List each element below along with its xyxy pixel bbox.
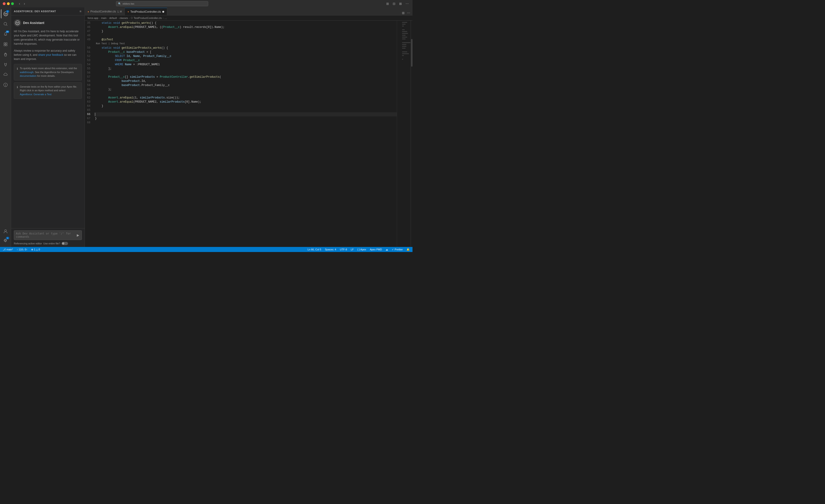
ln-50: 50: [85, 46, 92, 50]
ln-54: 54: [85, 63, 92, 67]
ln-51: 51: [85, 50, 92, 54]
sidebar-header: AGENTFORCE: DEV ASSISTANT ≡: [11, 7, 85, 15]
tab-bar-right: ⊞ ⋯: [399, 11, 412, 15]
minimap: ████████████ ████████ ████ ██████ ██████…: [397, 20, 410, 247]
code-content[interactable]: static void getProducts_works() { Assert…: [94, 20, 397, 247]
documentation-link[interactable]: documentation: [20, 74, 36, 77]
status-spaces[interactable]: Spaces: 4: [324, 247, 337, 252]
split-right-button[interactable]: ⊞: [401, 11, 405, 15]
chat-input[interactable]: [16, 232, 74, 238]
breadcrumb-file[interactable]: TestProductController.cls: [134, 17, 162, 19]
ln-61: 61: [85, 91, 92, 96]
maximize-button[interactable]: [11, 2, 14, 5]
svg-point-9: [5, 53, 6, 54]
sidebar-item-debug[interactable]: [1, 50, 10, 59]
close-button[interactable]: [3, 2, 6, 5]
sidebar-item-agentforce[interactable]: 1: [1, 9, 10, 18]
editor-layout-button[interactable]: ⊟: [392, 1, 396, 6]
code-line-61: [94, 91, 397, 96]
minimap-content: ████████████ ████████ ████ ██████ ██████…: [397, 20, 410, 62]
breadcrumb-default[interactable]: default: [109, 17, 117, 19]
code-line-59: baseProduct.Product_Family__c: [94, 83, 397, 87]
tab-label-1: ProductController.cls: [90, 10, 116, 13]
formatter-text: Apex PMD: [370, 248, 382, 251]
use-entire-file-toggle[interactable]: [62, 242, 68, 245]
scrollbar-track[interactable]: [410, 20, 412, 247]
sidebar-item-testing[interactable]: [1, 60, 10, 69]
status-prettier[interactable]: ✓ Prettier: [391, 247, 404, 252]
code-editor[interactable]: 35 46 47 48 49 _ 50 51 52 53 54 55 56 57…: [85, 20, 412, 247]
scrollbar-thumb[interactable]: [411, 39, 412, 67]
info-card-generate-tests: ℹ Generate tests on the fly from within …: [14, 82, 82, 99]
sidebar-item-account[interactable]: [1, 227, 10, 236]
svg-point-20: [5, 230, 6, 231]
status-notifications[interactable]: 🔔: [405, 247, 410, 252]
breadcrumb-classes[interactable]: classes: [120, 17, 128, 19]
notifications-badge: 36: [6, 30, 9, 33]
status-language[interactable]: { } Apex: [357, 247, 367, 252]
svg-rect-5: [4, 43, 5, 44]
status-position[interactable]: Ln 66, Col 5: [307, 247, 322, 252]
code-line-57: Product__c[] similarProducts = ProductCo…: [94, 75, 397, 79]
breadcrumb-ellipsis[interactable]: …: [164, 17, 167, 19]
code-line-54: WHERE Name = :PRODUCT_NAME1: [94, 63, 397, 67]
send-button[interactable]: ▶: [76, 233, 80, 237]
global-search[interactable]: 🔍 ebikes-lwc: [116, 1, 208, 6]
walkthrough-link[interactable]: walkthrough: [20, 71, 33, 74]
status-formatter[interactable]: Apex PMD: [369, 247, 383, 252]
code-line-67: }: [94, 117, 397, 121]
back-button[interactable]: ‹: [17, 1, 21, 6]
tab-icon-1: ●: [88, 10, 89, 13]
svg-point-24: [18, 22, 19, 23]
modified-dot: [162, 11, 164, 13]
svg-line-4: [6, 25, 7, 26]
breadcrumb: force-app › main › default › classes › ⬡…: [85, 15, 412, 20]
sidebar-footer: ▶ Referencing active editor Use entire f…: [11, 228, 85, 247]
svg-point-21: [5, 240, 6, 241]
ln-63: 63: [85, 100, 92, 104]
tab-test-product-controller[interactable]: ● TestProductController.cls: [125, 8, 167, 15]
breadcrumb-file-icon: ⬡: [131, 17, 133, 19]
status-sync[interactable]: ↑ 110↓ 0↑: [16, 247, 28, 252]
generate-test-link[interactable]: Agentforce: Generate a Test: [20, 93, 52, 96]
svg-line-14: [5, 56, 5, 57]
inline-run-test[interactable]: Run Test | Debug Test: [95, 42, 126, 46]
welcome-text: Hi! I'm Dev Assistant, and I'm here to h…: [14, 29, 82, 46]
sidebar-item-search[interactable]: [1, 19, 10, 28]
code-line-51: Product__c baseProduct = [: [94, 50, 397, 54]
ln-67: 67: [85, 117, 92, 121]
status-errors[interactable]: ⊗ 1 △ 0: [30, 247, 41, 252]
split-editor-button[interactable]: ⊞: [385, 1, 390, 6]
sidebar-item-info[interactable]: [1, 80, 10, 89]
breadcrumb-main[interactable]: main: [101, 17, 106, 19]
status-encoding[interactable]: UTF-8: [339, 247, 348, 252]
sidebar-item-settings[interactable]: 1: [1, 236, 10, 245]
forward-button[interactable]: ›: [22, 1, 26, 6]
code-line-48: [94, 33, 397, 38]
sidebar-menu-button[interactable]: ≡: [79, 9, 82, 14]
ln-55: 55: [85, 67, 92, 71]
info-card-1-text: To quickly learn more about this extensi…: [20, 66, 79, 78]
ln-57: 57: [85, 75, 92, 79]
minimize-button[interactable]: [7, 2, 10, 5]
nav-buttons: ‹ ›: [17, 1, 26, 6]
traffic-lights: [3, 2, 14, 5]
status-line-ending[interactable]: LF: [350, 247, 355, 252]
more-editor-actions-button[interactable]: ⋯: [406, 11, 410, 15]
status-deploy[interactable]: ☁: [385, 247, 389, 252]
customize-layout-button[interactable]: ⊠: [398, 1, 403, 6]
breadcrumb-force-app[interactable]: force-app: [88, 17, 98, 19]
svg-point-2: [6, 13, 7, 14]
more-options-button[interactable]: ⋯: [405, 1, 410, 6]
ln-53: 53: [85, 58, 92, 63]
sidebar-item-extensions[interactable]: [1, 40, 10, 49]
sidebar-item-notifications[interactable]: 36: [1, 29, 10, 39]
sidebar-item-cloud[interactable]: [1, 70, 10, 79]
breadcrumb-sep-3: ›: [118, 17, 119, 19]
branch-name: main*: [6, 248, 13, 251]
chat-input-wrapper[interactable]: ▶: [14, 230, 82, 240]
status-branch[interactable]: ⎇ main*: [2, 247, 14, 252]
tab-product-controller[interactable]: ● ProductController.cls 1, M: [85, 8, 125, 15]
code-line-47: }: [94, 29, 397, 33]
feedback-link[interactable]: share your feedback: [38, 53, 63, 57]
